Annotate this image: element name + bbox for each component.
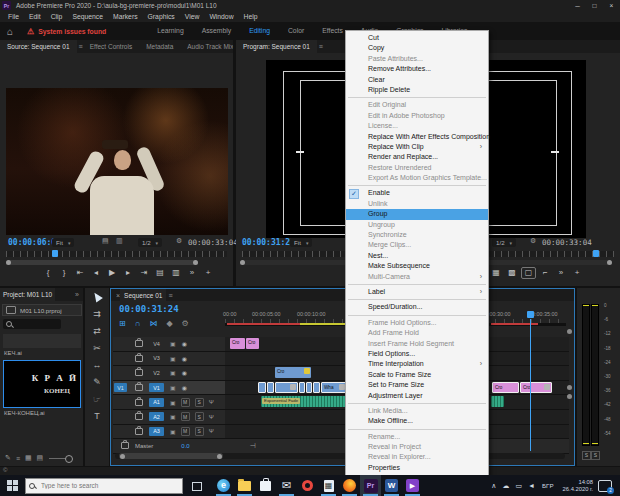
timeline-clip[interactable] bbox=[306, 382, 312, 393]
scroll-handle[interactable] bbox=[567, 394, 572, 399]
tab-source-sequence-01[interactable]: Source: Sequence 01 bbox=[0, 40, 77, 53]
timeline-vertical-scrollbar[interactable] bbox=[567, 329, 572, 447]
context-menu-item-nest[interactable]: Nest... bbox=[346, 251, 488, 261]
notification-center-icon[interactable]: 2 bbox=[598, 480, 612, 492]
scroll-handle[interactable] bbox=[193, 260, 198, 265]
timeline-clip-wha[interactable]: Wha bbox=[321, 382, 347, 393]
taskbar-app-opera[interactable] bbox=[297, 475, 318, 496]
timeline-clip-cro[interactable]: Cro bbox=[230, 338, 245, 349]
panel-overflow-button[interactable]: » bbox=[75, 291, 79, 298]
track-select-forward-tool[interactable]: ⇉ bbox=[85, 305, 109, 322]
program-playhead[interactable] bbox=[593, 250, 599, 257]
search-input[interactable] bbox=[39, 481, 163, 490]
context-menu-item-adjustment-layer[interactable]: Adjustment Layer bbox=[346, 391, 488, 401]
menubar-item-markers[interactable]: Markers bbox=[108, 11, 143, 22]
track-name-button[interactable]: A3 bbox=[149, 427, 164, 436]
project-item[interactable]: К Р А ЙКОНЕЦКЕЧ-КОНЕЦ.ai bbox=[3, 360, 81, 418]
sync-lock-icon[interactable]: ▣ bbox=[170, 399, 176, 406]
start-button[interactable] bbox=[5, 479, 19, 493]
track-name-button[interactable]: V4 bbox=[149, 339, 164, 348]
maximize-button[interactable]: □ bbox=[586, 0, 603, 11]
taskbar-app-microsoft-store[interactable] bbox=[255, 475, 276, 496]
tab-program-sequence[interactable]: Program: Sequence 01 bbox=[236, 40, 317, 53]
project-item-thumbnail[interactable]: К Р А ЙКОНЕЦ bbox=[3, 360, 81, 408]
freeform-view-icon[interactable]: ▤ bbox=[37, 454, 44, 462]
sync-lock-icon[interactable]: ▣ bbox=[170, 384, 176, 391]
sync-lock-icon[interactable]: ▣ bbox=[170, 369, 176, 376]
sync-lock-icon[interactable]: ▣ bbox=[170, 355, 176, 362]
workspace-tab-learning[interactable]: Learning bbox=[148, 22, 192, 40]
lock-icon[interactable] bbox=[135, 355, 143, 362]
transform-handle[interactable] bbox=[551, 151, 559, 153]
track-output-eye-icon[interactable]: ◉ bbox=[182, 355, 187, 362]
slip-tool[interactable]: ↔ bbox=[85, 356, 109, 373]
source-settings-wrench-icon[interactable]: ⚙ bbox=[176, 237, 182, 245]
timeline-settings-icon[interactable]: ⚙ bbox=[182, 319, 189, 328]
button-editor-button[interactable]: + bbox=[200, 266, 216, 280]
sync-lock-icon[interactable]: ▣ bbox=[170, 413, 176, 420]
track-output-eye-icon[interactable]: ◉ bbox=[182, 384, 187, 391]
mark-out-button[interactable]: } bbox=[56, 266, 72, 280]
minimize-button[interactable]: ─ bbox=[569, 0, 586, 11]
transform-handle[interactable] bbox=[296, 151, 304, 153]
lock-icon[interactable] bbox=[135, 369, 143, 376]
source-playhead[interactable] bbox=[52, 250, 58, 257]
context-menu-item-enable[interactable]: Enable✓ bbox=[346, 188, 488, 198]
context-menu-item-scale-to-frame-size[interactable]: Scale to Frame Size bbox=[346, 370, 488, 380]
lock-icon[interactable] bbox=[135, 340, 143, 347]
source-patch-badge[interactable]: V1 bbox=[114, 383, 127, 392]
voiceover-record-icon[interactable]: Ψ bbox=[209, 399, 214, 405]
timeline-clip[interactable] bbox=[299, 382, 305, 393]
home-icon[interactable]: ⌂ bbox=[7, 26, 13, 37]
project-writable-icon[interactable]: ✎ bbox=[5, 454, 11, 462]
go-to-out-button[interactable]: ⇥ bbox=[136, 266, 152, 280]
track-output-eye-icon[interactable]: ◉ bbox=[182, 369, 187, 376]
mute-button[interactable]: M bbox=[181, 427, 190, 436]
insert-button[interactable]: ▤ bbox=[152, 266, 168, 280]
lock-icon[interactable] bbox=[121, 442, 129, 449]
timeline-clip-cro[interactable]: Cro bbox=[520, 382, 552, 393]
taskbar-search[interactable] bbox=[25, 478, 183, 494]
selection-tool[interactable] bbox=[85, 288, 109, 305]
scroll-handle[interactable] bbox=[120, 454, 125, 459]
add-marker-icon[interactable]: ◆ bbox=[166, 319, 172, 328]
context-menu-item-clear[interactable]: Clear bbox=[346, 75, 488, 85]
scroll-handle[interactable] bbox=[567, 385, 572, 390]
type-tool[interactable]: T bbox=[85, 407, 109, 424]
context-menu-item-replace-with-clip[interactable]: Replace With Clip› bbox=[346, 142, 488, 152]
snap-toggle-icon[interactable]: ∩ bbox=[135, 319, 141, 328]
timeline-timecode[interactable]: 00:00:31:24 bbox=[119, 304, 179, 314]
menubar-item-clip[interactable]: Clip bbox=[46, 11, 68, 22]
workspace-tab-editing[interactable]: Editing bbox=[240, 22, 279, 40]
timeline-clip[interactable] bbox=[313, 382, 320, 393]
project-file-row[interactable]: M01 L10.prproj bbox=[2, 304, 82, 316]
button-editor-button[interactable]: + bbox=[569, 266, 585, 280]
program-resolution-select[interactable]: 1/2▾ bbox=[492, 238, 516, 247]
timeline-clip[interactable] bbox=[491, 396, 504, 407]
lock-icon[interactable] bbox=[135, 384, 143, 391]
source-patch-badge[interactable] bbox=[114, 427, 127, 436]
timeline-clip-cro[interactable]: Cro bbox=[492, 382, 519, 393]
workspace-tab-color[interactable]: Color bbox=[279, 22, 313, 40]
menubar-item-edit[interactable]: Edit bbox=[24, 11, 46, 22]
panel-menu-icon[interactable]: ≡ bbox=[319, 43, 323, 50]
menubar-item-sequence[interactable]: Sequence bbox=[67, 11, 108, 22]
scroll-handle[interactable] bbox=[567, 329, 572, 334]
timeline-playhead[interactable] bbox=[530, 319, 531, 451]
scrollbar-thumb[interactable] bbox=[119, 453, 223, 459]
track-name-button[interactable]: V1 bbox=[149, 383, 164, 392]
tab-metadata[interactable]: Metadata bbox=[139, 40, 180, 53]
context-menu-item-remove-attributes[interactable]: Remove Attributes... bbox=[346, 64, 488, 74]
playhead-handle[interactable] bbox=[527, 311, 534, 318]
context-menu-item-copy[interactable]: Copy bbox=[346, 43, 488, 53]
menubar-item-view[interactable]: View bbox=[180, 11, 205, 22]
track-name-button[interactable]: V3 bbox=[149, 354, 164, 363]
timeline-clip-cro[interactable]: Cro bbox=[275, 367, 311, 378]
hand-tool[interactable]: ☞ bbox=[85, 390, 109, 407]
onedrive-icon[interactable]: ☁ bbox=[502, 482, 509, 490]
menubar-item-file[interactable]: File bbox=[3, 11, 24, 22]
project-item[interactable]: КЕЧ.ai bbox=[3, 334, 81, 358]
tab-effect-controls[interactable]: Effect Controls bbox=[83, 40, 140, 53]
source-settings-icon[interactable]: ▤ bbox=[102, 237, 109, 245]
source-zoom-scrollbar[interactable] bbox=[6, 260, 198, 265]
